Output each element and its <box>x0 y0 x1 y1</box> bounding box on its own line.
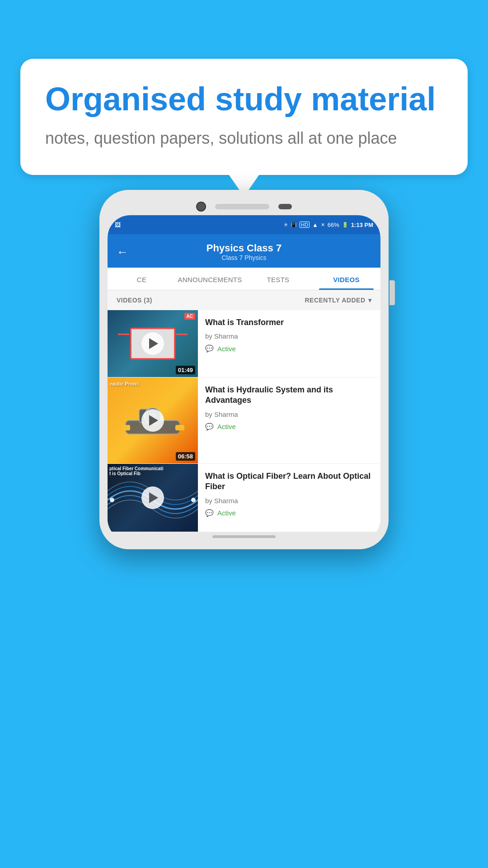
clock: 1:13 PM <box>351 222 373 228</box>
video-item-transformer[interactable]: AC 01:49 What is Transformer by Sharma 💬… <box>108 310 380 377</box>
sort-label: RECENTLY ADDED <box>305 297 365 304</box>
videos-header: VIDEOS (3) RECENTLY ADDED ▾ <box>108 290 380 310</box>
tab-announcements[interactable]: ANNOUNCEMENTS <box>176 268 244 290</box>
phone-outer: 🖼 ✳ 📳 HD ▲ ✕ 66% 🔋 1:13 PM ← Physics Cla… <box>99 190 389 549</box>
status-bar: 🖼 ✳ 📳 HD ▲ ✕ 66% 🔋 1:13 PM <box>108 215 380 234</box>
speech-bubble: Organised study material notes, question… <box>20 59 468 175</box>
status-left-icons: 🖼 <box>115 222 121 228</box>
video-author-transformer: by Sharma <box>205 332 373 340</box>
chat-icon-transformer: 💬 <box>205 344 214 353</box>
video-thumbnail-transformer: AC 01:49 <box>108 310 198 377</box>
hydraulic-thumb-text: raulic Princi <box>110 381 139 387</box>
image-icon: 🖼 <box>115 222 121 228</box>
wifi-icon: ▲ <box>312 222 318 228</box>
speech-bubble-subtext: notes, question papers, solutions all at… <box>45 127 443 150</box>
vibrate-icon: 📳 <box>291 222 297 228</box>
battery-percent: 66% <box>328 222 339 228</box>
hd-badge: HD <box>300 222 310 228</box>
video-duration-hydraulic: 06:58 <box>176 452 195 461</box>
phone-camera <box>196 202 206 212</box>
phone-screen: 🖼 ✳ 📳 HD ▲ ✕ 66% 🔋 1:13 PM ← Physics Cla… <box>108 215 380 541</box>
play-button-hydraulic[interactable] <box>141 409 164 432</box>
home-indicator <box>212 535 276 538</box>
phone-side-button <box>389 280 395 305</box>
video-info-transformer: What is Transformer by Sharma 💬 Active <box>198 310 380 358</box>
app-bar: ← Physics Class 7 Class 7 Physics <box>108 234 380 268</box>
video-info-optical: What is Optical Fiber? Learn About Optic… <box>198 464 380 523</box>
phone-mockup: 🖼 ✳ 📳 HD ▲ ✕ 66% 🔋 1:13 PM ← Physics Cla… <box>99 190 389 549</box>
video-item-optical[interactable]: ptical Fiber Communicatit is Optical Fib <box>108 464 380 532</box>
video-list: AC 01:49 What is Transformer by Sharma 💬… <box>108 310 380 532</box>
course-title: Physics Class 7 <box>136 242 352 254</box>
svg-rect-5 <box>175 425 184 430</box>
play-button-transformer[interactable] <box>141 332 164 355</box>
video-item-hydraulic[interactable]: raulic Princi 0 <box>108 377 380 464</box>
video-status-optical: 💬 Active <box>205 509 373 517</box>
video-thumbnail-optical: ptical Fiber Communicatit is Optical Fib <box>108 464 198 532</box>
course-subtitle: Class 7 Physics <box>136 254 352 261</box>
status-right-icons: ✳ 📳 HD ▲ ✕ 66% 🔋 1:13 PM <box>284 222 373 228</box>
phone-speaker <box>215 204 269 209</box>
sort-button[interactable]: RECENTLY ADDED ▾ <box>305 297 371 304</box>
phone-bottom-bar <box>108 532 380 541</box>
video-title-optical: What is Optical Fiber? Learn About Optic… <box>205 471 373 492</box>
back-button[interactable]: ← <box>117 245 128 259</box>
video-author-optical: by Sharma <box>205 497 373 505</box>
play-button-optical[interactable] <box>141 486 164 509</box>
tab-videos[interactable]: VIDEOS <box>312 268 380 290</box>
svg-point-6 <box>110 498 114 502</box>
tab-tests[interactable]: TESTS <box>244 268 312 290</box>
chat-icon-hydraulic: 💬 <box>205 423 214 431</box>
video-status-transformer: 💬 Active <box>205 344 373 353</box>
chevron-down-icon: ▾ <box>368 297 372 304</box>
chat-icon-optical: 💬 <box>205 509 214 517</box>
phone-top-bar <box>108 198 380 215</box>
phone-home-btn <box>278 204 292 209</box>
tab-bar: CE ANNOUNCEMENTS TESTS VIDEOS <box>108 268 380 290</box>
video-status-hydraulic: 💬 Active <box>205 423 373 431</box>
ac-badge: AC <box>184 313 195 320</box>
bluetooth-icon: ✳ <box>284 222 288 228</box>
videos-count: VIDEOS (3) <box>117 297 152 304</box>
video-title-hydraulic: What is Hydraulic System and its Advanta… <box>205 385 373 406</box>
app-bar-title: Physics Class 7 Class 7 Physics <box>136 242 352 261</box>
network-icon: ✕ <box>321 222 325 228</box>
svg-point-8 <box>191 498 196 502</box>
status-label-transformer: Active <box>217 345 236 353</box>
video-title-transformer: What is Transformer <box>205 317 373 328</box>
video-author-hydraulic: by Sharma <box>205 410 373 418</box>
video-duration-transformer: 01:49 <box>176 366 195 374</box>
status-label-optical: Active <box>217 509 236 517</box>
video-thumbnail-hydraulic: raulic Princi 0 <box>108 377 198 463</box>
speech-bubble-heading: Organised study material <box>45 81 443 117</box>
video-info-hydraulic: What is Hydraulic System and its Advanta… <box>198 377 380 436</box>
battery-icon: 🔋 <box>342 222 348 228</box>
svg-rect-4 <box>121 425 130 430</box>
tab-ce[interactable]: CE <box>108 268 176 290</box>
status-label-hydraulic: Active <box>217 423 236 430</box>
